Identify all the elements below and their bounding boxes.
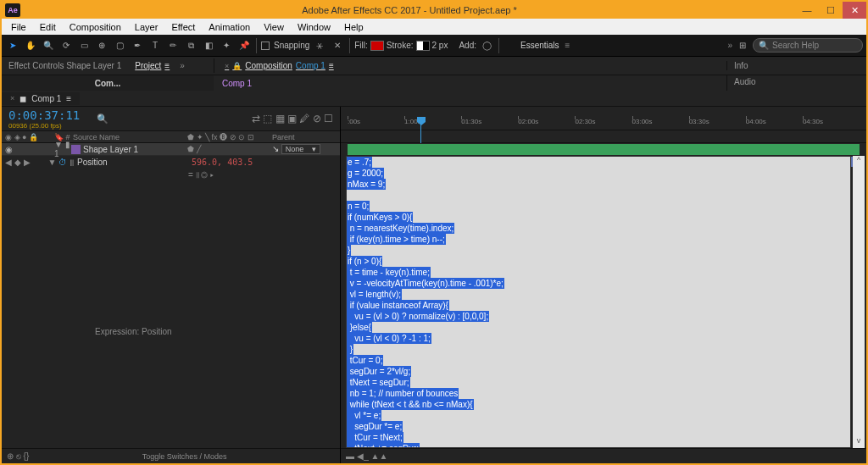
timeline-header-icons[interactable]: ⇄ ⬚ ▦ ▣ 🖉 ⊘ ☐ bbox=[252, 113, 333, 125]
current-timecode[interactable]: 0:00:37:11 bbox=[8, 108, 80, 122]
ruler-tick: 03:00s bbox=[632, 118, 689, 128]
toolbar: ➤ ✋ 🔍 ⟳ ▭ ⊕ ▢ ✒ T ✏ ⧉ ◧ ✦ 📌 Snapping ⚹ ✕… bbox=[2, 35, 866, 57]
brush-tool-icon[interactable]: ✏ bbox=[165, 38, 181, 53]
tab-composition-prefix: Composition bbox=[245, 61, 292, 70]
property-value[interactable]: 596.0, 403.5 bbox=[192, 158, 340, 167]
layer-switches[interactable]: ⬟ ╱ bbox=[187, 145, 272, 153]
parent-pickwhip-icon[interactable]: ↘ bbox=[272, 144, 279, 153]
snapping-checkbox[interactable] bbox=[261, 42, 270, 50]
tab-close-icon[interactable]: × bbox=[10, 94, 14, 102]
ruler-tick: 02:00s bbox=[518, 118, 575, 128]
timeline-zoom-controls[interactable]: ▬ ◀⎯ ▲▲ bbox=[341, 448, 866, 463]
hand-tool-icon[interactable]: ✋ bbox=[23, 38, 38, 53]
ruler-tick: 04:00s bbox=[746, 118, 803, 128]
ruler-tick: :00s bbox=[348, 118, 404, 128]
puppet-tool-icon[interactable]: 📌 bbox=[236, 38, 252, 53]
menu-animation[interactable]: Animation bbox=[203, 21, 256, 33]
minimize-button[interactable]: — bbox=[795, 2, 819, 19]
timeline-bottom-icons[interactable]: ⊕ ⎋ {} bbox=[7, 451, 29, 461]
expression-editor[interactable]: e = .7;g = 2000;nMax = 9; n = 0;if (numK… bbox=[346, 156, 851, 448]
stroke-label: Stroke: bbox=[387, 41, 414, 50]
roto-tool-icon[interactable]: ✦ bbox=[219, 38, 234, 53]
col-switches: ⬟ ✦ ╲ fx 🅑 ⊘ ⊙ ⊡ bbox=[187, 133, 272, 141]
libraries-icon[interactable]: ⊞ bbox=[735, 38, 750, 53]
type-tool-icon[interactable]: T bbox=[147, 38, 163, 53]
col-source-name[interactable]: Source Name bbox=[71, 133, 187, 141]
stroke-swatch[interactable] bbox=[416, 41, 430, 51]
search-icon: 🔍 bbox=[759, 41, 769, 50]
camera-tool-icon[interactable]: ▭ bbox=[76, 38, 92, 53]
scroll-down-icon[interactable]: v bbox=[853, 436, 865, 448]
maximize-button[interactable]: ☐ bbox=[819, 2, 843, 19]
tabs-overflow-icon[interactable]: » bbox=[180, 61, 185, 70]
snapping-label: Snapping bbox=[274, 41, 309, 50]
rect-tool-icon[interactable]: ▢ bbox=[112, 38, 127, 53]
zoom-tool-icon[interactable]: 🔍 bbox=[41, 38, 56, 53]
panel-menu-icon[interactable]: ≡ bbox=[164, 61, 170, 70]
stroke-width[interactable]: 2 px bbox=[432, 41, 448, 50]
ruler-tick: 01:30s bbox=[461, 118, 518, 128]
layer-duration-bar[interactable] bbox=[348, 144, 860, 155]
expression-controls[interactable]: = ⦀ ◎ ▸ bbox=[2, 169, 340, 181]
toggle-switches-button[interactable]: Toggle Switches / Modes bbox=[34, 452, 335, 461]
stopwatch-icon[interactable]: ⏱ bbox=[58, 158, 67, 167]
search-placeholder: Search Help bbox=[772, 41, 819, 50]
snap-opt-icon[interactable]: ⚹ bbox=[312, 38, 327, 53]
lock-icon[interactable]: ◼ bbox=[19, 94, 26, 103]
twirl-icon[interactable]: ▼ bbox=[48, 158, 57, 167]
graph-icon[interactable]: ⦀ bbox=[70, 158, 74, 167]
twirl-icon[interactable]: ▼ bbox=[54, 140, 63, 149]
expression-label: Expression: Position bbox=[95, 327, 172, 336]
property-name[interactable]: Position bbox=[77, 158, 108, 167]
tab-close-icon[interactable]: × bbox=[225, 62, 229, 70]
menu-view[interactable]: View bbox=[258, 21, 290, 33]
add-menu-icon[interactable]: ◯ bbox=[479, 38, 494, 53]
panel-menu-icon[interactable]: ≡ bbox=[329, 61, 334, 70]
fill-swatch[interactable] bbox=[370, 41, 384, 51]
visibility-toggle-icon[interactable]: ◉ bbox=[5, 145, 13, 154]
snap-opt2-icon[interactable]: ✕ bbox=[330, 38, 345, 53]
vertical-scrollbar[interactable]: ^ v bbox=[853, 156, 865, 448]
time-ruler[interactable]: :00s 1:00s 01:30s 02:00s 02:30s 03:00s 0… bbox=[341, 107, 866, 130]
panel-info[interactable]: Info bbox=[734, 61, 866, 70]
workspace-selector[interactable]: Essentials bbox=[520, 41, 559, 50]
anchor-tool-icon[interactable]: ⊕ bbox=[94, 38, 109, 53]
timeline-tab-comp1[interactable]: × ◼ Comp 1 ≡ bbox=[2, 92, 80, 105]
lock-icon[interactable]: 🔒 bbox=[232, 62, 242, 70]
ruler-tick: 04:30s bbox=[803, 118, 860, 128]
comp-breadcrumb[interactable]: Comp 1 bbox=[214, 75, 726, 91]
parent-dropdown[interactable]: None▾ bbox=[281, 144, 321, 154]
window-title: Adobe After Effects CC 2017 - Untitled P… bbox=[24, 5, 795, 15]
scroll-up-icon[interactable]: ^ bbox=[853, 156, 865, 168]
menu-effect[interactable]: Effect bbox=[165, 21, 201, 33]
layer-name: Shape Layer 1 bbox=[83, 145, 138, 154]
panel-overflow-icon[interactable]: » bbox=[727, 41, 732, 50]
panel-audio[interactable]: Audio bbox=[726, 75, 866, 91]
tab-effect-controls-label: Effect Controls Shape Layer 1 bbox=[8, 61, 121, 70]
orbit-tool-icon[interactable]: ⟳ bbox=[58, 38, 74, 53]
selection-tool-icon[interactable]: ➤ bbox=[5, 38, 20, 53]
project-item[interactable]: Com... bbox=[2, 75, 214, 91]
layer-row-shape1[interactable]: ◉ ▼ ▮ 1 Shape Layer 1 ⬟ ╱ ↘ None▾ bbox=[2, 143, 340, 156]
workspace-menu-icon[interactable]: ≡ bbox=[565, 41, 570, 50]
search-help-input[interactable]: 🔍 Search Help bbox=[753, 38, 863, 53]
menu-edit[interactable]: Edit bbox=[34, 21, 62, 33]
menu-layer[interactable]: Layer bbox=[129, 21, 164, 33]
tab-project-label: Project bbox=[135, 61, 161, 70]
menu-help[interactable]: Help bbox=[338, 21, 370, 33]
eraser-tool-icon[interactable]: ◧ bbox=[201, 38, 216, 53]
pen-tool-icon[interactable]: ✒ bbox=[130, 38, 145, 53]
col-parent: Parent bbox=[272, 133, 340, 141]
clone-tool-icon[interactable]: ⧉ bbox=[183, 38, 198, 53]
keyframe-navigator[interactable]: ◀ ◆ ▶ bbox=[5, 158, 31, 167]
timeline-search-icon[interactable]: 🔍 bbox=[97, 113, 108, 125]
menu-window[interactable]: Window bbox=[292, 21, 337, 33]
tab-composition[interactable]: × 🔒 Composition Comp 1 ≡ bbox=[218, 58, 341, 73]
menu-file[interactable]: File bbox=[5, 21, 32, 33]
close-button[interactable]: ✕ bbox=[843, 2, 866, 19]
tab-effect-controls[interactable]: Effect Controls Shape Layer 1 bbox=[2, 58, 128, 73]
panel-menu-icon[interactable]: ≡ bbox=[66, 94, 71, 103]
tab-project[interactable]: Project ≡ bbox=[128, 58, 176, 73]
ruler-tick: 03:30s bbox=[689, 118, 746, 128]
menu-composition[interactable]: Composition bbox=[64, 21, 127, 33]
